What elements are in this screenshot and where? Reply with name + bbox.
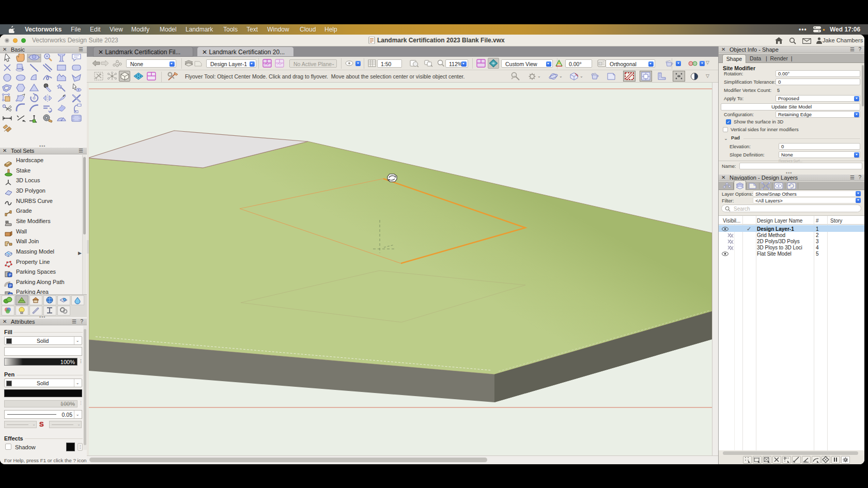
svg-text:P: P [9, 273, 11, 277]
svg-text:P: P [9, 284, 12, 288]
